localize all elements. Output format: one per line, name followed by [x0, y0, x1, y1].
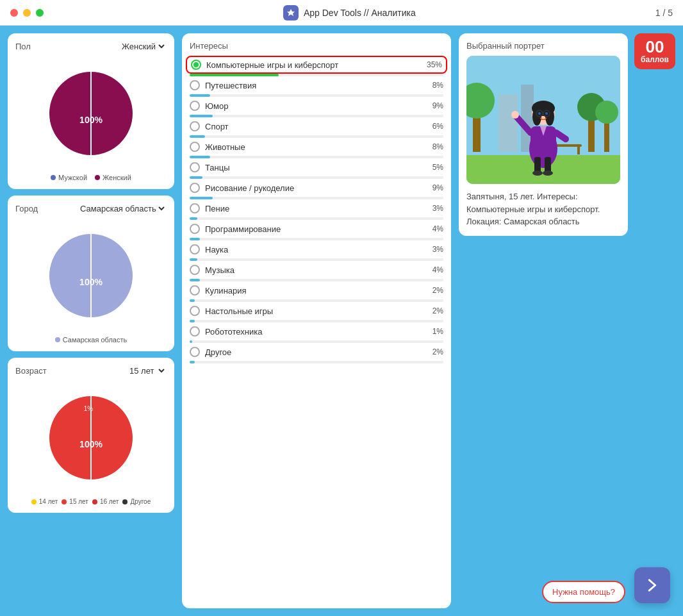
interest-bar-bg — [190, 238, 443, 240]
interest-item[interactable]: Путешествия8% — [190, 78, 443, 97]
interest-radio[interactable] — [190, 80, 200, 90]
interest-name: Юмор — [205, 101, 420, 111]
interest-radio[interactable] — [190, 101, 200, 111]
help-button[interactable]: Нужна помощь? — [542, 581, 625, 603]
interest-item[interactable]: Кулинария2% — [190, 283, 443, 302]
svg-text:1%: 1% — [84, 405, 94, 412]
interest-radio[interactable] — [190, 142, 200, 152]
age-card: Возраст 14 лет 15 лет 16 лет Другое 100%… — [8, 358, 174, 513]
main-content: Пол Женский Мужской 100% Мужской — [0, 26, 683, 616]
right-column: Выбранный портрет — [459, 33, 675, 608]
interest-radio[interactable] — [190, 244, 200, 254]
interest-percent: 8% — [425, 81, 443, 90]
interest-bar-bg — [190, 94, 443, 97]
age-label: Возраст — [15, 366, 47, 376]
interest-item[interactable]: Пение3% — [190, 201, 443, 220]
age-select[interactable]: 14 лет 15 лет 16 лет Другое — [127, 365, 167, 376]
interest-bar-fill — [190, 217, 197, 220]
interest-bar-bg — [190, 299, 443, 302]
interest-bar-fill — [190, 361, 195, 363]
interest-item[interactable]: Робототехника1% — [190, 324, 443, 343]
score-value: 00 — [641, 38, 669, 55]
svg-point-38 — [532, 171, 543, 176]
interest-radio[interactable] — [190, 224, 200, 234]
city-card: Город Самарская область 100% Самарская о… — [8, 196, 174, 351]
city-select[interactable]: Самарская область — [78, 203, 167, 214]
interest-item[interactable]: Спорт6% — [190, 119, 443, 138]
interest-radio[interactable] — [190, 265, 200, 275]
interest-name: Животные — [205, 142, 420, 152]
interest-name: Программирование — [205, 224, 420, 234]
interest-bar-fill — [190, 156, 210, 158]
interest-bar-bg — [190, 176, 443, 179]
svg-text:100%: 100% — [79, 277, 103, 287]
window-controls — [10, 9, 44, 17]
close-dot — [10, 9, 18, 17]
city-chart: 100% — [15, 219, 167, 332]
gender-header: Пол Женский Мужской — [15, 41, 167, 52]
top-right-area: Выбранный портрет — [459, 33, 675, 236]
svg-point-32 — [545, 112, 548, 115]
svg-point-40 — [511, 111, 519, 119]
legend-samara: Самарская область — [55, 336, 127, 344]
interest-item[interactable]: Наука3% — [190, 242, 443, 261]
svg-point-17 — [595, 101, 618, 124]
interest-name: Наука — [205, 245, 420, 254]
svg-point-31 — [538, 112, 541, 115]
interest-radio[interactable] — [190, 121, 200, 131]
interest-item[interactable]: Настольные игры2% — [190, 303, 443, 322]
interest-radio[interactable] — [190, 162, 200, 172]
interest-percent: 2% — [425, 347, 443, 356]
page-indicator: 1 / 5 — [655, 8, 673, 18]
app-title: App Dev Tools // Аналитика — [283, 5, 416, 21]
interest-percent: 8% — [425, 142, 443, 151]
interest-bar-bg — [190, 258, 443, 261]
interest-radio[interactable] — [191, 60, 201, 70]
score-label: баллов — [641, 55, 669, 64]
interest-radio[interactable] — [190, 347, 200, 357]
interest-name: Спорт — [205, 122, 420, 131]
next-button[interactable] — [634, 567, 670, 603]
interest-item[interactable]: Другое2% — [190, 344, 443, 363]
interest-bar-fill — [190, 94, 210, 97]
interest-percent: 2% — [425, 306, 443, 315]
interest-bar-fill — [190, 176, 202, 179]
interest-item[interactable]: Юмор9% — [190, 98, 443, 117]
interest-item[interactable]: Танцы5% — [190, 160, 443, 179]
interest-radio[interactable] — [190, 326, 200, 337]
interest-bar-bg — [190, 361, 443, 363]
legend-other-age: Другое — [122, 498, 151, 505]
gender-select[interactable]: Женский Мужской — [119, 41, 167, 52]
interest-item[interactable]: Программирование4% — [190, 221, 443, 240]
interest-item[interactable]: Музыка4% — [190, 262, 443, 281]
interest-name: Робототехника — [205, 327, 420, 337]
interest-item[interactable]: Животные8% — [190, 139, 443, 158]
interest-radio[interactable] — [190, 306, 200, 316]
interest-item[interactable]: Рисование / рукоделие9% — [190, 180, 443, 199]
interest-percent: 3% — [425, 204, 443, 213]
city-legend: Самарская область — [15, 336, 167, 344]
interest-bar-bg — [190, 320, 443, 322]
interest-radio[interactable] — [190, 285, 200, 296]
interest-radio[interactable] — [190, 203, 200, 213]
interest-bar-fill — [190, 299, 195, 302]
interest-item[interactable]: Компьютерные игры и киберспорт35% — [190, 56, 443, 76]
interest-bar-bg — [190, 340, 443, 343]
svg-point-39 — [543, 171, 553, 176]
app-icon — [283, 5, 299, 21]
portrait-description: Запятыня, 15 лет. Интересы: Компьютерные… — [466, 190, 620, 228]
left-column: Пол Женский Мужской 100% Мужской — [8, 33, 174, 608]
interest-bar-fill — [190, 135, 205, 138]
legend-female: Женский — [95, 174, 131, 181]
svg-rect-20 — [577, 147, 580, 154]
interest-radio[interactable] — [190, 183, 200, 193]
interest-bar-fill — [190, 279, 200, 281]
interest-bar-fill — [190, 238, 200, 240]
score-badge: 00 баллов — [634, 33, 675, 69]
interest-percent: 35% — [424, 60, 442, 69]
interest-name: Кулинария — [205, 286, 420, 296]
interest-bar-bg — [190, 217, 443, 220]
interest-bar-bg — [190, 156, 443, 158]
interest-percent: 6% — [425, 122, 443, 131]
svg-text:100%: 100% — [79, 115, 103, 125]
